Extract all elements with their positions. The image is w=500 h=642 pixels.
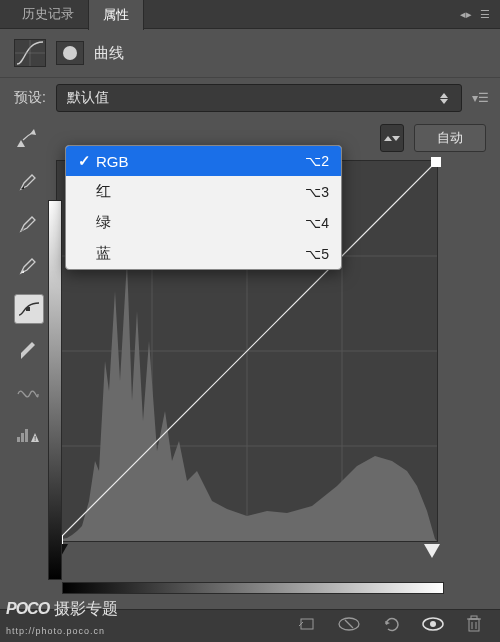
tool-column: ! [14,122,46,560]
output-gradient-bar [48,200,62,580]
tab-history[interactable]: 历史记录 [8,0,88,29]
input-gradient-bar [62,582,444,594]
svg-rect-3 [17,437,20,442]
black-point-eyedropper[interactable] [14,168,42,196]
auto-button[interactable]: 自动 [414,124,486,152]
preset-row: 预设: 默认值 ▾☰ [0,77,500,122]
watermark-text: 摄影专题 [54,600,118,617]
visibility-icon[interactable] [422,617,444,635]
svg-text:!: ! [34,434,36,443]
white-point-eyedropper[interactable] [14,252,42,280]
input-sliders [56,542,436,560]
trash-icon[interactable] [466,615,482,637]
curve-point-tool[interactable] [14,294,44,324]
clip-warning-icon[interactable]: ! [14,422,42,450]
panel-controls: ◂▸ ☰ [460,8,500,21]
svg-rect-22 [471,616,477,619]
select-arrows-icon [437,93,451,104]
properties-panel: 历史记录 属性 ◂▸ ☰ 曲线 预设: 默认值 ▾☰ [0,0,500,642]
channel-option-blue[interactable]: 蓝 ⌥5 [66,238,341,269]
layer-mask-icon[interactable] [56,41,84,65]
svg-point-17 [430,621,436,627]
watermark: POCO 摄影专题 http://photo.poco.cn [6,599,118,638]
view-previous-icon[interactable] [338,617,360,635]
channel-option-green[interactable]: 绿 ⌥4 [66,207,341,238]
preset-label: 预设: [14,89,46,107]
svg-rect-14 [301,619,313,629]
panel-tab-bar: 历史记录 属性 ◂▸ ☰ [0,0,500,29]
watermark-brand: POCO [6,600,49,617]
svg-rect-5 [25,429,28,442]
svg-rect-2 [26,307,30,311]
channel-option-rgb[interactable]: ✓ RGB ⌥2 [66,146,341,176]
curve-handle-white[interactable] [431,157,441,167]
tab-properties[interactable]: 属性 [88,0,144,30]
preset-value: 默认值 [67,89,109,107]
gray-point-eyedropper[interactable] [14,210,42,238]
panel-menu-icon[interactable]: ☰ [480,8,490,21]
curves-adjustment-icon[interactable] [14,39,46,67]
clip-to-layer-icon[interactable] [298,616,316,636]
reset-icon[interactable] [382,616,400,636]
adjustment-title: 曲线 [94,44,124,63]
svg-rect-18 [469,619,479,631]
on-image-adjust-tool[interactable] [14,126,42,154]
collapse-icon[interactable]: ◂▸ [460,8,472,21]
channel-select-arrow[interactable] [380,124,404,152]
smooth-curve-icon[interactable] [14,380,42,408]
channel-dropdown: ✓ RGB ⌥2 红 ⌥3 绿 ⌥4 蓝 ⌥5 [65,145,342,270]
draw-curve-tool[interactable] [14,338,42,366]
title-row: 曲线 [0,29,500,77]
preset-select[interactable]: 默认值 [56,84,462,112]
preset-menu-icon[interactable]: ▾☰ [472,91,486,105]
svg-rect-4 [21,433,24,442]
watermark-url: http://photo.poco.cn [6,626,105,636]
white-input-slider[interactable] [424,544,440,558]
check-icon: ✓ [78,152,96,170]
channel-option-red[interactable]: 红 ⌥3 [66,176,341,207]
